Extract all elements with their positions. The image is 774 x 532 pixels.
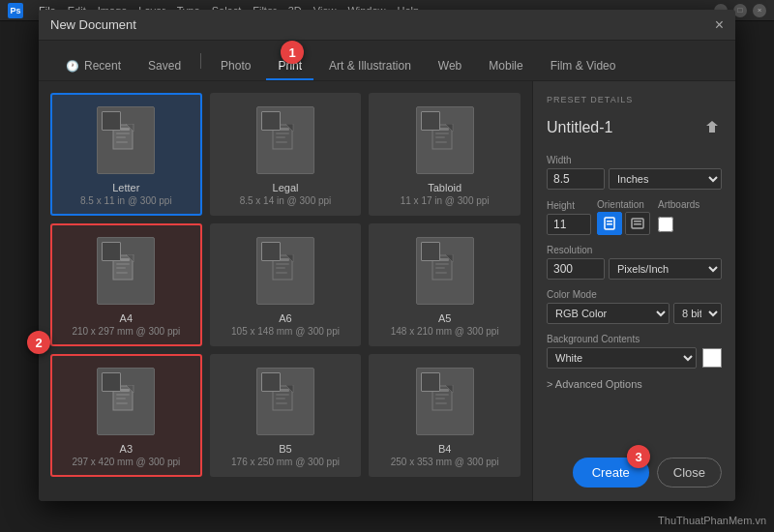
save-preset-icon[interactable]: [702, 118, 722, 137]
bg-color-swatch[interactable]: [702, 348, 722, 368]
annotation-2: 2: [27, 331, 50, 354]
preset-tabloid-icon: [416, 106, 474, 174]
svg-rect-10: [276, 141, 287, 143]
tab-film[interactable]: Film & Video: [539, 51, 628, 80]
dialog-body: Letter 8.5 x 11 in @ 300 ppi: [39, 81, 735, 501]
svg-rect-2: [116, 133, 130, 134]
preset-a3-dims: 297 x 420 mm @ 300 ppi: [72, 457, 180, 467]
preset-a6-name: A6: [279, 312, 291, 324]
bit-depth-select[interactable]: 8 bit 16 bit 32 bit: [673, 303, 722, 324]
preset-letter-icon: [97, 106, 155, 174]
resolution-label: Resolution: [547, 245, 722, 255]
svg-rect-33: [435, 267, 445, 269]
bg-label: Background Contents: [547, 334, 722, 344]
preset-a4[interactable]: A4 210 x 297 mm @ 300 ppi: [50, 223, 202, 346]
preset-b5[interactable]: B5 176 x 250 mm @ 300 ppi: [210, 354, 362, 477]
preset-a6-dims: 105 x 148 mm @ 300 ppi: [231, 326, 340, 337]
svg-rect-58: [634, 221, 641, 222]
svg-rect-56: [607, 223, 612, 225]
resolution-input[interactable]: [547, 258, 605, 280]
dialog-close-button[interactable]: ×: [715, 17, 724, 33]
orientation-label: Orientation: [597, 199, 650, 210]
resolution-field-row: Resolution Pixels/Inch Pixels/Centimeter: [547, 245, 722, 280]
preset-tabloid-dims: 11 x 17 in @ 300 ppi: [401, 195, 490, 206]
tab-photo[interactable]: Photo: [209, 51, 262, 80]
color-mode-label: Color Mode: [547, 289, 722, 300]
bg-contents-row: Background Contents White Black Transpar…: [547, 334, 722, 369]
svg-rect-31: [435, 258, 449, 261]
color-mode-controls[interactable]: RGB Color CMYK Color Grayscale 8 bit 16 …: [547, 303, 722, 324]
bg-select[interactable]: White Black Transparent: [547, 347, 697, 369]
preset-b5-dims: 176 x 250 mm @ 300 ppi: [231, 457, 340, 467]
preset-letter[interactable]: Letter 8.5 x 11 in @ 300 ppi: [50, 93, 202, 216]
resolution-controls[interactable]: Pixels/Inch Pixels/Centimeter: [547, 258, 722, 280]
watermark: ThuThuatPhanMem.vn: [658, 515, 766, 526]
preset-a5[interactable]: A5 148 x 210 mm @ 300 ppi: [369, 223, 521, 346]
preset-a4-name: A4: [120, 312, 133, 324]
resolution-unit-select[interactable]: Pixels/Inch Pixels/Centimeter: [609, 258, 722, 280]
preset-a4-icon: [97, 237, 155, 305]
svg-rect-38: [116, 394, 130, 396]
svg-rect-50: [435, 394, 449, 396]
doc-name-row: Untitled-1: [547, 118, 722, 137]
svg-rect-45: [276, 398, 285, 399]
svg-rect-44: [276, 394, 289, 396]
width-controls[interactable]: Inches Pixels Centimeters Millimeters: [547, 168, 722, 190]
width-unit-select[interactable]: Inches Pixels Centimeters Millimeters: [609, 168, 722, 190]
svg-rect-7: [276, 128, 289, 131]
preset-tabloid[interactable]: Tabloid 11 x 17 in @ 300 ppi: [369, 93, 521, 216]
svg-rect-16: [435, 141, 447, 143]
preset-a6[interactable]: A6 105 x 148 mm @ 300 ppi: [210, 223, 362, 346]
landscape-button[interactable]: [625, 212, 650, 235]
portrait-button[interactable]: [597, 212, 622, 235]
svg-rect-37: [116, 389, 130, 392]
dialog-tabs[interactable]: 🕐 Recent Saved Photo Print Art & Illustr…: [39, 41, 735, 81]
svg-rect-28: [276, 272, 287, 274]
app-close-button[interactable]: ×: [753, 4, 766, 17]
doc-name[interactable]: Untitled-1: [547, 119, 702, 136]
orientation-buttons[interactable]: [597, 212, 650, 235]
dialog-title: New Document: [50, 17, 136, 32]
svg-rect-34: [435, 272, 447, 274]
tab-art[interactable]: Art & Illustration: [317, 51, 423, 80]
preset-letter-dims: 8.5 x 11 in @ 300 ppi: [80, 195, 172, 206]
maximize-button[interactable]: □: [733, 4, 747, 17]
preset-b4-icon: [416, 368, 474, 435]
color-mode-field-row: Color Mode RGB Color CMYK Color Grayscal…: [547, 289, 722, 324]
preset-a3-name: A3: [120, 443, 133, 455]
tab-recent[interactable]: 🕐 Recent: [54, 51, 133, 80]
svg-rect-1: [116, 128, 130, 131]
color-mode-select[interactable]: RGB Color CMYK Color Grayscale: [547, 303, 670, 324]
preset-a3[interactable]: A3 297 x 420 mm @ 300 ppi: [50, 354, 202, 477]
width-input[interactable]: [547, 168, 605, 190]
advanced-options-toggle[interactable]: > Advanced Options: [547, 378, 722, 390]
svg-rect-3: [116, 136, 126, 138]
preset-a6-icon: [256, 237, 314, 305]
orientation-block: Orientation: [597, 199, 650, 235]
artboards-checkbox[interactable]: [658, 217, 673, 232]
bg-controls[interactable]: White Black Transparent: [547, 347, 722, 369]
svg-rect-39: [116, 398, 126, 399]
preset-legal[interactable]: Legal 8.5 x 14 in @ 300 ppi: [210, 93, 362, 216]
close-button[interactable]: Close: [657, 458, 722, 488]
preset-a4-dims: 210 x 297 mm @ 300 ppi: [72, 326, 180, 337]
svg-rect-49: [435, 389, 449, 392]
svg-rect-51: [435, 398, 445, 399]
svg-rect-14: [435, 133, 449, 134]
svg-rect-40: [116, 402, 128, 404]
preset-b4-name: B4: [438, 443, 451, 455]
svg-rect-4: [116, 141, 128, 143]
height-field-row: Height: [547, 200, 591, 235]
tab-saved[interactable]: Saved: [136, 51, 193, 80]
preset-legal-icon: [256, 106, 314, 174]
preset-a3-icon: [97, 368, 155, 435]
height-input[interactable]: [547, 214, 591, 235]
new-document-dialog: New Document × 🕐 Recent Saved Photo Prin…: [39, 10, 735, 501]
tab-web[interactable]: Web: [427, 51, 473, 80]
svg-rect-8: [276, 133, 289, 134]
tab-mobile[interactable]: Mobile: [477, 51, 534, 80]
details-panel: PRESET DETAILS Untitled-1 Width Inches P…: [532, 81, 735, 501]
preset-b4[interactable]: B4 250 x 353 mm @ 300 ppi: [369, 354, 521, 477]
svg-rect-59: [634, 223, 641, 225]
preset-legal-dims: 8.5 x 14 in @ 300 ppi: [240, 195, 332, 206]
